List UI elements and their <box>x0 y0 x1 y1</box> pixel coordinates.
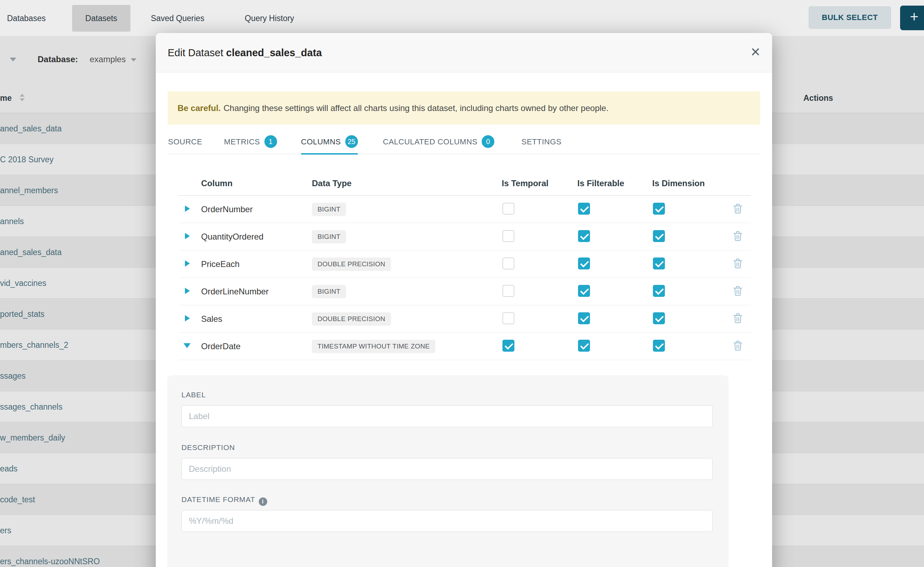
column-row: SalesDOUBLE PRECISION <box>179 305 751 333</box>
columns-table: Column Data Type Is Temporal Is Filterab… <box>179 171 751 360</box>
tab-columns[interactable]: COLUMNS25 <box>301 132 358 154</box>
is-dimension-checkbox[interactable] <box>653 340 665 352</box>
is-dimension-header: Is Dimension <box>652 178 733 188</box>
close-icon[interactable]: × <box>751 33 760 72</box>
columns-count-badge: 25 <box>345 135 358 148</box>
actions-cell <box>733 286 751 297</box>
is-temporal-header: Is Temporal <box>502 178 577 188</box>
tab-metrics[interactable]: METRICS1 <box>224 132 277 154</box>
expand-cell <box>179 233 201 241</box>
data-type-pill: DOUBLE PRECISION <box>312 258 391 271</box>
data-type-pill: BIGINT <box>312 203 346 216</box>
checkbox-cell <box>502 230 577 243</box>
tab-source[interactable]: SOURCE <box>168 132 202 154</box>
tab-metrics-label: METRICS <box>224 137 260 146</box>
tab-calculated-columns[interactable]: CALCULATED COLUMNS0 <box>383 132 494 154</box>
is-temporal-checkbox[interactable] <box>503 258 515 270</box>
is-filterable-checkbox[interactable] <box>578 230 590 242</box>
checkbox-cell <box>652 312 733 326</box>
column-row: QuantityOrderedBIGINT <box>179 223 751 250</box>
expand-caret-icon[interactable] <box>185 260 190 267</box>
column-name: OrderNumber <box>201 204 312 214</box>
is-dimension-checkbox[interactable] <box>653 203 665 214</box>
datetime-format-input[interactable] <box>181 510 713 532</box>
expand-caret-icon[interactable] <box>185 206 190 212</box>
is-dimension-checkbox[interactable] <box>653 312 665 324</box>
checkbox-cell <box>577 230 652 243</box>
actions-cell <box>733 203 751 215</box>
actions-cell <box>733 313 751 325</box>
checkbox-cell <box>502 285 577 298</box>
column-name: QuantityOrdered <box>201 232 312 242</box>
modal-header: Edit Dataset cleaned_sales_data × <box>156 33 772 72</box>
checkbox-cell <box>652 258 733 271</box>
columns-table-body: OrderNumberBIGINTQuantityOrderedBIGINTPr… <box>179 196 751 360</box>
is-temporal-checkbox[interactable] <box>503 285 515 297</box>
checkbox-cell <box>652 285 733 298</box>
is-filterable-checkbox[interactable] <box>578 258 590 270</box>
is-filterable-checkbox[interactable] <box>578 203 590 214</box>
tab-settings[interactable]: SETTINGS <box>521 132 561 154</box>
column-header: Column <box>201 178 312 188</box>
label-input[interactable] <box>181 405 713 427</box>
expand-caret-icon[interactable] <box>185 288 190 294</box>
actions-cell <box>733 231 751 243</box>
delete-column-icon[interactable] <box>733 203 743 214</box>
modal-title: Edit Dataset cleaned_sales_data <box>168 33 322 72</box>
warning-text: Changing these settings will affect all … <box>224 103 609 113</box>
modal-title-prefix: Edit Dataset <box>168 47 223 58</box>
data-type-pill: BIGINT <box>312 285 346 298</box>
delete-column-icon[interactable] <box>733 258 743 269</box>
delete-column-icon[interactable] <box>733 286 743 296</box>
data-type-pill: TIMESTAMP WITHOUT TIME ZONE <box>312 340 435 353</box>
checkbox-cell <box>577 258 652 271</box>
column-row: OrderNumberBIGINT <box>179 196 751 223</box>
is-filterable-checkbox[interactable] <box>578 340 590 352</box>
delete-column-icon[interactable] <box>733 313 743 324</box>
is-dimension-checkbox[interactable] <box>653 285 665 297</box>
expand-caret-icon[interactable] <box>185 315 190 321</box>
tab-columns-label: COLUMNS <box>301 137 341 146</box>
checkbox-cell <box>652 340 733 353</box>
column-row: PriceEachDOUBLE PRECISION <box>179 250 751 278</box>
data-type-cell: BIGINT <box>312 285 502 298</box>
data-type-cell: TIMESTAMP WITHOUT TIME ZONE <box>312 340 502 353</box>
description-input[interactable] <box>181 458 713 480</box>
checkbox-cell <box>577 312 652 326</box>
expand-cell <box>179 315 201 323</box>
delete-column-icon[interactable] <box>733 340 743 351</box>
is-filterable-checkbox[interactable] <box>578 312 590 324</box>
modal-tabs: SOURCE METRICS1 COLUMNS25 CALCULATED COL… <box>168 132 760 154</box>
expand-caret-icon[interactable] <box>185 233 190 239</box>
info-icon[interactable]: i <box>259 498 267 506</box>
is-temporal-checkbox[interactable] <box>503 203 515 214</box>
label-field-label: LABEL <box>181 391 206 399</box>
description-field-label: DESCRIPTION <box>181 443 235 452</box>
expand-cell <box>179 288 201 296</box>
delete-column-icon[interactable] <box>733 231 743 242</box>
is-temporal-checkbox[interactable] <box>503 312 515 324</box>
is-filterable-checkbox[interactable] <box>578 285 590 297</box>
is-temporal-checkbox[interactable] <box>503 230 515 242</box>
is-temporal-checkbox[interactable] <box>503 340 515 352</box>
checkbox-cell <box>502 258 577 271</box>
column-name: OrderDate <box>201 342 312 351</box>
tab-source-label: SOURCE <box>168 137 202 146</box>
data-type-cell: DOUBLE PRECISION <box>312 258 502 271</box>
is-dimension-checkbox[interactable] <box>653 258 665 270</box>
checkbox-cell <box>652 203 733 216</box>
metrics-count-badge: 1 <box>264 135 277 148</box>
column-row: OrderLineNumberBIGINT <box>179 278 751 305</box>
data-type-cell: BIGINT <box>312 203 502 216</box>
checkbox-cell <box>577 203 652 216</box>
tab-settings-label: SETTINGS <box>521 137 561 146</box>
collapse-caret-icon[interactable] <box>184 343 191 348</box>
data-type-header: Data Type <box>312 178 502 188</box>
column-row: OrderDateTIMESTAMP WITHOUT TIME ZONE <box>179 333 751 360</box>
warning-banner: Be careful.Changing these settings will … <box>168 92 760 125</box>
checkbox-cell <box>577 285 652 298</box>
checkbox-cell <box>652 230 733 243</box>
expand-cell <box>179 260 201 268</box>
column-name: Sales <box>201 314 312 324</box>
is-dimension-checkbox[interactable] <box>653 230 665 242</box>
